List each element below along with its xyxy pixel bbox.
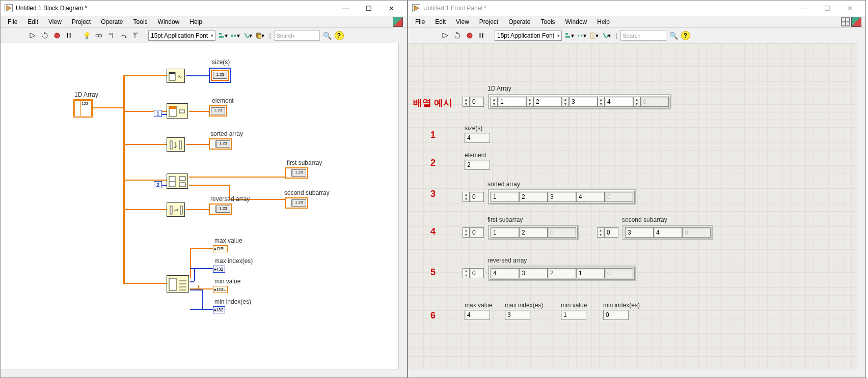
font-selector[interactable]: 15pt Application Font (148, 31, 215, 41)
abort-button[interactable] (465, 31, 474, 40)
pause-button[interactable]: II (477, 31, 486, 40)
search-icon[interactable]: 🔍 (669, 32, 678, 40)
font-selector[interactable]: 15pt Application Font (495, 31, 562, 41)
vi-icon[interactable] (393, 17, 403, 27)
align-button[interactable]: ▾ (219, 31, 228, 40)
run-button[interactable] (441, 31, 450, 40)
resize-button[interactable]: ▾ (589, 31, 599, 40)
cell-spinner[interactable]: ▲▼ (598, 97, 605, 107)
menu-view[interactable]: View (451, 17, 474, 27)
reverse-array-node[interactable] (167, 202, 185, 218)
index-spinner[interactable]: ▲▼ (463, 227, 470, 238)
menu-edit[interactable]: Edit (430, 17, 451, 27)
cell-spinner[interactable]: ▲▼ (491, 97, 498, 107)
front-panel-canvas[interactable]: 배열 예시 1 2 3 4 5 6 1D Array ▲▼ 0 ▲▼1 ▲▼2 … (408, 43, 865, 377)
array-cell[interactable]: 1 (498, 97, 526, 107)
run-continuous-button[interactable] (40, 31, 49, 40)
reorder-button[interactable]: ▾ (255, 31, 264, 40)
index-field[interactable]: 0 (470, 268, 484, 278)
horizontal-scrollbar[interactable] (408, 369, 857, 377)
pause-button[interactable]: II (65, 31, 74, 40)
menu-help[interactable]: Help (592, 17, 615, 27)
run-continuous-button[interactable] (453, 31, 462, 40)
sizes-indicator[interactable]: 1.23 (209, 68, 231, 83)
reversed-indicator[interactable]: 1.23 (209, 203, 232, 215)
menu-view[interactable]: View (43, 17, 67, 27)
abort-button[interactable] (52, 31, 62, 40)
vi-icon[interactable] (851, 17, 861, 27)
index-array-node[interactable] (167, 103, 188, 120)
split-array-node[interactable] (167, 173, 188, 190)
min-index-indicator[interactable]: ▸I32 (213, 306, 225, 313)
search-input[interactable]: Search (274, 31, 320, 41)
menu-file[interactable]: File (3, 17, 22, 27)
second-subarray-indicator[interactable]: 1.23 (285, 197, 308, 209)
menu-window[interactable]: Window (153, 17, 185, 27)
menu-operate[interactable]: Operate (503, 17, 535, 27)
step-out-button[interactable] (131, 31, 140, 40)
block-diagram-canvas[interactable]: 1D Array 123 N size(s) 1.23 1 element 1.… (1, 43, 407, 377)
array-cell[interactable]: 0 (640, 97, 669, 107)
const-2[interactable]: 2 (154, 181, 162, 188)
index-field[interactable]: 0 (470, 227, 484, 238)
minimize-button[interactable]: — (334, 1, 357, 16)
const-1[interactable]: 1 (154, 110, 162, 117)
index-spinner[interactable]: ▲▼ (463, 97, 470, 107)
distribute-button[interactable]: ▾ (577, 31, 586, 40)
array-control-terminal[interactable]: 123 (73, 99, 93, 118)
menu-tools[interactable]: Tools (536, 17, 560, 27)
align-button[interactable]: ▾ (565, 31, 574, 40)
array-cell[interactable]: 2 (533, 97, 562, 107)
close-button[interactable]: ✕ (380, 1, 403, 16)
menu-project[interactable]: Project (67, 17, 96, 27)
element-indicator[interactable]: 1.23 (209, 105, 227, 117)
index-field[interactable]: 0 (470, 192, 484, 202)
retain-wire-button[interactable] (94, 31, 103, 40)
menu-project[interactable]: Project (474, 17, 503, 27)
cell-spinner[interactable]: ▲▼ (562, 97, 569, 107)
step-over-button[interactable] (119, 31, 128, 40)
run-button[interactable] (28, 31, 37, 40)
max-index-indicator[interactable]: ▸I32 (213, 265, 225, 272)
sorted-indicator[interactable]: 1.23 (209, 138, 232, 150)
help-icon[interactable]: ? (335, 31, 344, 40)
index-spinner[interactable]: ▲▼ (463, 268, 470, 278)
sort-array-node[interactable] (167, 137, 185, 153)
connector-pane-icon[interactable] (841, 17, 850, 26)
search-icon[interactable]: 🔍 (323, 32, 332, 40)
index-spinner[interactable]: ▲▼ (597, 227, 604, 238)
array-size-node[interactable]: N (167, 69, 185, 84)
max-value-indicator[interactable]: ▸DBL (213, 245, 228, 252)
menu-file[interactable]: File (410, 17, 430, 27)
highlight-exec-button[interactable]: 💡 (82, 31, 91, 40)
array-maxmin-node[interactable] (167, 275, 189, 294)
first-subarray-indicator[interactable]: 1.23 (285, 167, 308, 179)
menu-operate[interactable]: Operate (96, 17, 128, 27)
close-button[interactable]: ✕ (838, 1, 861, 16)
index-spinner[interactable]: ▲▼ (463, 192, 470, 202)
help-icon[interactable]: ? (681, 31, 690, 40)
vertical-scrollbar[interactable] (398, 43, 407, 369)
menu-window[interactable]: Window (560, 17, 592, 27)
cleanup-button[interactable]: ▾ (243, 31, 252, 40)
menu-tools[interactable]: Tools (128, 17, 153, 27)
cell-spinner[interactable]: ▲▼ (633, 97, 640, 107)
cell-spinner[interactable]: ▲▼ (526, 97, 533, 107)
minimize-button[interactable]: — (793, 1, 816, 16)
search-input[interactable]: Search (620, 31, 666, 41)
array-input-1d[interactable]: ▲▼ 0 ▲▼1 ▲▼2 ▲▼3 ▲▼4 ▲▼0 (463, 94, 671, 109)
index-field[interactable]: 0 (604, 227, 618, 238)
horizontal-scrollbar[interactable] (1, 369, 398, 377)
array-cell[interactable]: 4 (605, 97, 633, 107)
vertical-scrollbar[interactable] (857, 43, 865, 369)
menu-edit[interactable]: Edit (22, 17, 43, 27)
maximize-button[interactable]: ☐ (357, 1, 380, 16)
step-into-button[interactable] (106, 31, 116, 40)
maximize-button[interactable]: ☐ (816, 1, 838, 16)
distribute-button[interactable]: ▾ (231, 31, 240, 40)
min-value-indicator[interactable]: ▸DBL (213, 285, 228, 293)
menu-help[interactable]: Help (184, 17, 207, 27)
index-field[interactable]: 0 (470, 97, 484, 107)
reorder-button[interactable]: ▾ (602, 31, 611, 40)
array-cell[interactable]: 3 (569, 97, 598, 107)
